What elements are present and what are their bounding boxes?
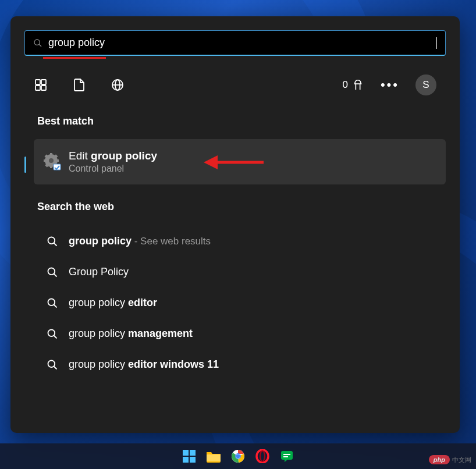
- svg-line-31: [54, 366, 57, 369]
- documents-filter-icon[interactable]: [72, 78, 86, 92]
- svg-line-29: [54, 335, 57, 338]
- svg-point-30: [48, 360, 55, 367]
- svg-rect-3: [41, 80, 46, 84]
- chrome-icon[interactable]: [230, 448, 246, 464]
- web-result-item[interactable]: group policy editor windows 11: [24, 349, 446, 380]
- search-icon: [47, 297, 58, 309]
- svg-rect-13: [44, 159, 47, 162]
- filter-icons: [34, 78, 125, 92]
- svg-point-42: [260, 451, 265, 461]
- svg-rect-35: [190, 457, 196, 463]
- header-right-controls: 0 ••• S: [342, 74, 436, 95]
- web-result-item[interactable]: Group Policy: [24, 257, 446, 287]
- watermark-badge: php: [429, 455, 450, 464]
- svg-point-41: [257, 450, 268, 463]
- svg-line-27: [54, 304, 57, 307]
- svg-point-10: [49, 158, 54, 163]
- web-result-item[interactable]: group policy management: [24, 318, 446, 349]
- gear-icon: [43, 152, 62, 171]
- rewards-count: 0: [342, 79, 347, 91]
- best-match-subtitle: Control panel: [69, 164, 157, 174]
- search-icon: [47, 359, 58, 371]
- user-avatar[interactable]: S: [415, 74, 436, 95]
- rewards-counter[interactable]: 0: [342, 79, 364, 91]
- best-match-header: Best match: [37, 115, 446, 127]
- search-icon: [47, 328, 58, 340]
- svg-line-1: [39, 44, 41, 47]
- svg-marker-21: [204, 155, 218, 169]
- start-search-panel: group policy 0: [10, 16, 460, 433]
- svg-rect-5: [41, 86, 46, 90]
- svg-point-40: [236, 454, 240, 459]
- web-result-item[interactable]: group policy editor: [24, 287, 446, 318]
- web-result-text: Group Policy: [69, 266, 129, 278]
- best-match-result[interactable]: Edit group policy Control panel: [34, 139, 446, 184]
- svg-rect-32: [183, 450, 189, 456]
- opera-icon[interactable]: [254, 448, 271, 464]
- svg-rect-12: [50, 165, 52, 168]
- svg-rect-33: [190, 450, 196, 456]
- web-result-text: group policy management: [69, 328, 193, 340]
- filter-row: 0 ••• S: [24, 74, 446, 95]
- watermark: php 中文网: [429, 455, 471, 464]
- search-box[interactable]: group policy: [24, 30, 446, 56]
- svg-rect-44: [283, 454, 290, 455]
- watermark-text: 中文网: [452, 456, 471, 464]
- best-match-text: Edit group policy Control panel: [69, 150, 157, 174]
- more-options-icon[interactable]: •••: [381, 77, 399, 93]
- text-cursor: [436, 37, 437, 49]
- svg-rect-14: [56, 159, 59, 162]
- file-explorer-icon[interactable]: [205, 448, 222, 464]
- svg-point-24: [48, 268, 55, 275]
- search-icon: [47, 236, 58, 247]
- rewards-icon: [351, 79, 364, 91]
- svg-point-26: [48, 299, 55, 305]
- chat-app-icon[interactable]: [279, 448, 295, 464]
- avatar-initial: S: [422, 79, 429, 91]
- search-web-header: Search the web: [37, 201, 446, 213]
- svg-rect-11: [50, 153, 52, 156]
- svg-point-0: [34, 40, 40, 45]
- search-icon: [33, 38, 42, 48]
- best-match-title: Edit group policy: [69, 150, 157, 162]
- svg-rect-36: [207, 454, 221, 461]
- svg-rect-34: [183, 457, 189, 463]
- annotation-arrow: [203, 151, 267, 174]
- web-filter-icon[interactable]: [111, 78, 125, 92]
- web-result-item[interactable]: group policy - See web results: [24, 226, 446, 257]
- web-results-list: group policy - See web results Group Pol…: [24, 226, 446, 380]
- web-result-text: group policy editor: [69, 297, 157, 309]
- svg-rect-43: [281, 451, 293, 460]
- web-result-text: group policy editor windows 11: [69, 358, 219, 371]
- svg-line-25: [54, 273, 57, 276]
- web-result-text: group policy - See web results: [69, 235, 211, 247]
- search-icon: [47, 267, 58, 278]
- svg-point-28: [48, 329, 55, 336]
- start-button[interactable]: [181, 448, 197, 464]
- search-input-text[interactable]: group policy: [48, 37, 436, 49]
- svg-rect-4: [35, 86, 40, 90]
- svg-rect-2: [35, 80, 40, 84]
- svg-line-23: [54, 243, 57, 246]
- taskbar: [0, 443, 476, 469]
- svg-point-22: [48, 237, 55, 244]
- apps-filter-icon[interactable]: [34, 78, 48, 92]
- svg-rect-45: [283, 456, 288, 457]
- annotation-underline: [43, 57, 106, 59]
